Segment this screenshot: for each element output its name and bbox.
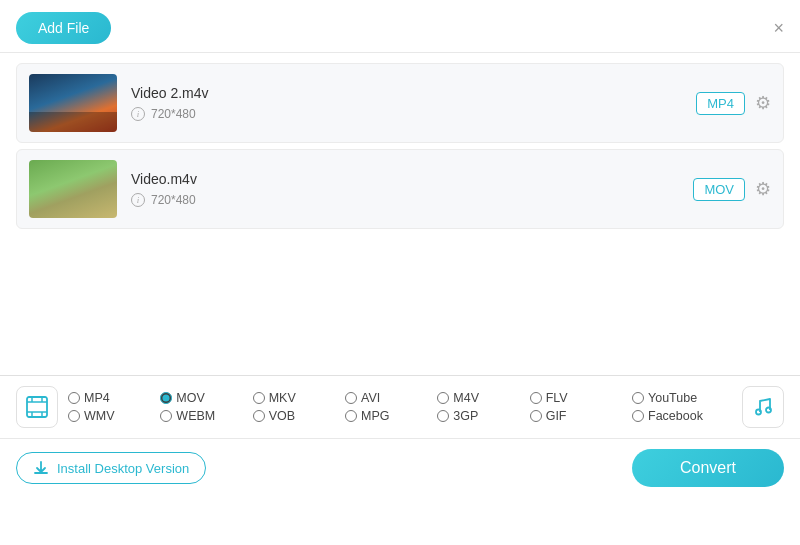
file-meta-2: i 720*480: [131, 193, 693, 207]
info-icon-1: i: [131, 107, 145, 121]
music-icon: [752, 396, 774, 418]
file-info-2: Video.m4v i 720*480: [131, 171, 693, 207]
film-icon: [26, 396, 48, 418]
install-desktop-button[interactable]: Install Desktop Version: [16, 452, 206, 484]
format-option-avi[interactable]: AVI: [345, 391, 437, 405]
format-option-gif[interactable]: GIF: [530, 409, 622, 423]
format-option-wmv[interactable]: WMV: [68, 409, 160, 423]
close-button[interactable]: ×: [773, 19, 784, 37]
audio-format-icon[interactable]: [742, 386, 784, 428]
format-option-vob[interactable]: VOB: [253, 409, 345, 423]
svg-rect-0: [27, 397, 47, 417]
format-selector: MP4 MOV MKV AVI M4V FLV WMV WEBM VOB MPG: [0, 375, 800, 438]
format-option-facebook[interactable]: Facebook: [632, 409, 732, 423]
add-file-button[interactable]: Add File: [16, 12, 111, 44]
format-option-mpg[interactable]: MPG: [345, 409, 437, 423]
file-list: Video 2.m4v i 720*480 MP4 ⚙ Video.m4v i …: [0, 53, 800, 245]
install-label: Install Desktop Version: [57, 461, 189, 476]
format-option-mkv[interactable]: MKV: [253, 391, 345, 405]
download-icon: [33, 460, 49, 476]
format-option-mp4[interactable]: MP4: [68, 391, 160, 405]
file-thumbnail-1: [29, 74, 117, 132]
file-meta-1: i 720*480: [131, 107, 696, 121]
format-options: MP4 MOV MKV AVI M4V FLV WMV WEBM VOB MPG: [68, 387, 622, 427]
file-info-1: Video 2.m4v i 720*480: [131, 85, 696, 121]
format-option-3gp[interactable]: 3GP: [437, 409, 529, 423]
format-option-mov[interactable]: MOV: [160, 391, 252, 405]
svg-point-8: [766, 408, 771, 413]
file-name-1: Video 2.m4v: [131, 85, 696, 101]
social-format-options: YouTube Facebook: [632, 391, 732, 423]
format-option-m4v[interactable]: M4V: [437, 391, 529, 405]
file-thumbnail-2: [29, 160, 117, 218]
file-actions-1: MP4 ⚙: [696, 92, 771, 115]
file-resolution-2: 720*480: [151, 193, 196, 207]
video-format-icon: [16, 386, 58, 428]
format-option-flv[interactable]: FLV: [530, 391, 622, 405]
action-bar: Install Desktop Version Convert: [0, 438, 800, 497]
file-item-2: Video.m4v i 720*480 MOV ⚙: [16, 149, 784, 229]
empty-area: [0, 245, 800, 375]
convert-button[interactable]: Convert: [632, 449, 784, 487]
settings-icon-2[interactable]: ⚙: [755, 178, 771, 200]
file-actions-2: MOV ⚙: [693, 178, 771, 201]
file-item-1: Video 2.m4v i 720*480 MP4 ⚙: [16, 63, 784, 143]
svg-point-7: [756, 410, 761, 415]
file-resolution-1: 720*480: [151, 107, 196, 121]
format-badge-2[interactable]: MOV: [693, 178, 745, 201]
format-option-webm[interactable]: WEBM: [160, 409, 252, 423]
format-option-youtube[interactable]: YouTube: [632, 391, 732, 405]
settings-icon-1[interactable]: ⚙: [755, 92, 771, 114]
top-bar: Add File ×: [0, 0, 800, 53]
format-badge-1[interactable]: MP4: [696, 92, 745, 115]
file-name-2: Video.m4v: [131, 171, 693, 187]
info-icon-2: i: [131, 193, 145, 207]
